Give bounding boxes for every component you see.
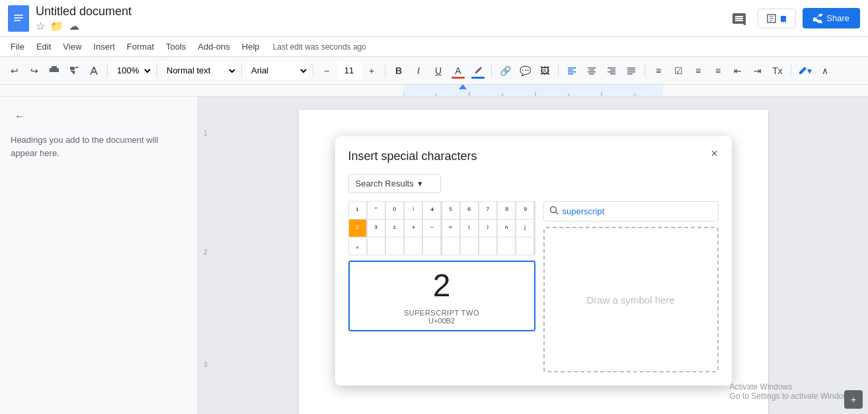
draw-area[interactable]: Draw a symbol here <box>543 227 719 372</box>
underline-button[interactable]: U <box>429 62 448 80</box>
char-cell[interactable] <box>442 237 459 255</box>
menu-tools[interactable]: Tools <box>161 39 191 54</box>
expand-toolbar-button[interactable]: ∧ <box>816 62 834 80</box>
char-cell[interactable]: ⁴ <box>423 202 440 219</box>
increase-font-button[interactable]: + <box>362 62 381 80</box>
highlight-button[interactable] <box>469 62 487 80</box>
align-justify-button[interactable] <box>622 62 641 80</box>
char-cell[interactable]: ⁹ <box>516 202 533 219</box>
decrease-indent-button[interactable]: ⇤ <box>729 62 747 80</box>
clear-formatting-button[interactable]: Tx <box>768 62 787 80</box>
drive-icon[interactable]: 📁 <box>50 20 63 32</box>
spell-check-button[interactable] <box>85 62 103 80</box>
style-select[interactable]: Normal text <box>161 62 237 79</box>
print-button[interactable] <box>45 62 63 80</box>
char-cell[interactable]: ⁶ <box>461 202 478 219</box>
sidebar: ← Headings you add to the document will … <box>0 97 198 414</box>
char-cell[interactable] <box>461 237 478 255</box>
char-cell[interactable] <box>423 237 440 255</box>
menu-view[interactable]: View <box>58 39 87 54</box>
zoom-select[interactable]: 100% <box>112 62 153 79</box>
decrease-font-button[interactable]: − <box>317 62 336 80</box>
char-cell[interactable]: ⁼ <box>442 220 459 237</box>
char-cell[interactable] <box>498 237 515 255</box>
font-size-input[interactable] <box>337 62 361 79</box>
doc-title[interactable]: Untitled document <box>36 5 727 19</box>
insert-dialog: Insert special characters × Search Resul… <box>335 136 732 386</box>
char-cell[interactable]: ˉ <box>368 202 385 219</box>
align-center-button[interactable] <box>582 62 601 80</box>
char-cell[interactable]: ⁰ <box>386 202 403 219</box>
main-layout: ← Headings you add to the document will … <box>0 97 868 414</box>
share-button[interactable]: Share <box>803 8 860 28</box>
redo-button[interactable]: ↪ <box>25 62 44 80</box>
doc-area[interactable]: 1 2 3 e=mc² Insert special characters × … <box>198 97 868 414</box>
checklist-button[interactable]: ☑ <box>669 62 688 80</box>
char-cell[interactable]: ⁻ <box>423 220 440 237</box>
char-cell[interactable] <box>479 237 496 255</box>
share-label: Share <box>826 13 849 23</box>
char-cell[interactable] <box>386 237 403 255</box>
char-cell[interactable] <box>405 237 422 255</box>
char-cell[interactable]: ⁿ <box>498 220 515 237</box>
comments-button[interactable] <box>727 7 751 30</box>
font-select[interactable]: Arial <box>246 62 309 79</box>
char-grid: ¹ ˉ ⁰ ⁱ ⁴ ⁵ ⁶ ⁷ ⁸ ⁹ ² ³ <box>348 201 535 255</box>
char-cell[interactable]: ⁽ <box>461 220 478 237</box>
italic-button[interactable]: I <box>409 62 428 80</box>
char-cell[interactable]: ⁷ <box>479 202 496 219</box>
dialog-close-button[interactable]: × <box>705 144 724 163</box>
char-cell[interactable]: ﾸ <box>349 237 366 255</box>
char-cell[interactable]: ⁾ <box>479 220 496 237</box>
bullet-list-button[interactable]: ≡ <box>689 62 707 80</box>
divider-1 <box>107 64 108 77</box>
char-cell[interactable]: ¹ <box>349 202 366 219</box>
char-cell-superscript-2[interactable]: ² <box>349 220 366 237</box>
back-button[interactable]: ← <box>11 107 29 126</box>
divider-4 <box>313 64 313 77</box>
cloud-icon[interactable]: ☁ <box>69 20 79 32</box>
bold-button[interactable]: B <box>389 62 408 80</box>
char-preview[interactable]: 2 SUPERSCRIPT TWO U+00B2 <box>348 261 535 331</box>
text-color-button[interactable]: A <box>449 62 467 80</box>
doc-icon <box>8 5 29 32</box>
comment-button[interactable]: 💬 <box>516 62 534 80</box>
align-right-button[interactable] <box>602 62 621 80</box>
char-cell[interactable]: ⁵ <box>442 202 459 219</box>
numbered-list-button[interactable]: ≡ <box>709 62 727 80</box>
char-cell[interactable]: ¹ <box>386 220 403 237</box>
paint-format-button[interactable] <box>65 62 83 80</box>
menu-edit[interactable]: Edit <box>31 39 56 54</box>
menu-addons[interactable]: Add-ons <box>192 39 235 54</box>
search-results-dropdown[interactable]: Search Results ▾ <box>348 174 441 193</box>
char-cell[interactable]: ⁸ <box>498 202 515 219</box>
increase-indent-button[interactable]: ⇥ <box>748 62 767 80</box>
svg-line-16 <box>555 212 558 215</box>
menu-format[interactable]: Format <box>122 39 159 54</box>
menu-help[interactable]: Help <box>237 39 265 54</box>
insert-image-button[interactable]: 🖼 <box>535 62 554 80</box>
dialog-title: Insert special characters <box>348 149 719 163</box>
editing-mode-button[interactable]: ▾ <box>795 62 814 80</box>
char-cell[interactable]: ³ <box>368 220 385 237</box>
scroll-to-top-button[interactable]: + <box>844 390 863 409</box>
align-left-button[interactable] <box>563 62 581 80</box>
char-cell[interactable]: ʲ <box>516 220 533 237</box>
search-input[interactable] <box>563 206 713 216</box>
history-button[interactable] <box>758 9 796 28</box>
char-cell[interactable]: ⁱ <box>405 202 422 219</box>
sidebar-text: Headings you add to the document will ap… <box>11 134 187 159</box>
star-icon[interactable]: ☆ <box>36 20 45 32</box>
line-spacing-button[interactable]: ≡ <box>649 62 668 80</box>
undo-button[interactable]: ↩ <box>5 62 24 80</box>
ruler-inner <box>403 85 663 96</box>
menu-file[interactable]: File <box>5 39 30 54</box>
char-cell[interactable] <box>516 237 533 255</box>
char-cell[interactable] <box>368 237 385 255</box>
draw-placeholder: Draw a symbol here <box>586 294 674 306</box>
char-cell[interactable]: ⁺ <box>405 220 422 237</box>
insert-link-button[interactable]: 🔗 <box>496 62 514 80</box>
draw-panel: Draw a symbol here <box>543 201 719 372</box>
menu-insert[interactable]: Insert <box>88 39 120 54</box>
divider-6 <box>491 64 492 77</box>
